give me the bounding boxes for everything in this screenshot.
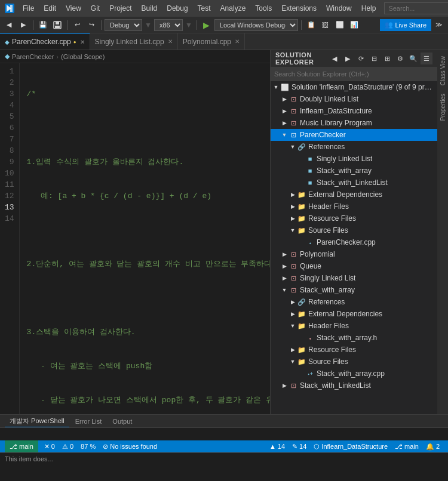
- arrow-extdeps: ▶: [289, 192, 297, 198]
- tree-item-stkarray-extdeps[interactable]: ▶ 📁 External Dependencies: [271, 308, 437, 320]
- tab-output[interactable]: Output: [108, 417, 137, 426]
- code-text[interactable]: /* 1.입력 수식의 괄호가 올바른지 검사한다. 예: [a + b * {…: [20, 63, 270, 414]
- se-settings-btn[interactable]: ⚙: [394, 53, 406, 64]
- tree-item-references[interactable]: ▼ 🔗 References: [271, 141, 437, 153]
- menu-debug[interactable]: Debug: [162, 2, 192, 15]
- code-editor[interactable]: 1 2 3 4 5 6 7 8 9 10 11 12 13 14 /* 1.입력…: [0, 63, 270, 414]
- project-item[interactable]: ⬡ Inflearn_DataStructure: [310, 440, 391, 452]
- tree-item-parenchecker[interactable]: ▼ ⊡ ParenChecker: [271, 129, 437, 141]
- tree-item-stack-array-h[interactable]: ▶ ⬩ Stack_with_array.h: [271, 332, 437, 344]
- sources-icon: 📁: [297, 226, 306, 235]
- se-props-btn[interactable]: ⊞: [381, 53, 393, 64]
- errors-item[interactable]: ✕ 0: [41, 440, 59, 452]
- tree-item-stack-array-cpp[interactable]: ▶ ⬩+ Stack_with_array.cpp: [271, 368, 437, 380]
- svg-rect-1: [10, 5, 13, 12]
- live-share-button[interactable]: 👥 Live Share: [380, 19, 431, 31]
- arrow-parenchecker-cpp: ▶: [297, 239, 305, 245]
- se-forward-btn[interactable]: ▶: [342, 53, 354, 64]
- tab-close-icon[interactable]: ✕: [80, 39, 85, 45]
- tab-singly[interactable]: Singly Linked List.cpp ✕: [90, 33, 178, 50]
- tree-item-ref-singly[interactable]: ▶ ■ Singly Linked List: [271, 153, 437, 165]
- tree-item-sources[interactable]: ▼ 📁 Source Files: [271, 224, 437, 236]
- line-col-item[interactable]: ▲ 14: [266, 440, 289, 452]
- tree-item-inflearn[interactable]: ▶ ⊡ Inflearn_DataStructure: [271, 105, 437, 117]
- project-stack-array-icon: ⊡: [289, 285, 298, 295]
- resources-label: Resource Files: [308, 214, 356, 223]
- warnings-item[interactable]: ⚠ 0: [59, 440, 77, 452]
- issues-item[interactable]: ⊘ No issues found: [99, 440, 161, 452]
- toolbar-more[interactable]: ≫: [432, 18, 446, 32]
- tab-powershell[interactable]: 개발자 PowerShell: [5, 415, 69, 427]
- menu-window[interactable]: Window: [321, 2, 357, 15]
- menu-edit[interactable]: Edit: [39, 2, 61, 15]
- git-branch-item[interactable]: ⎇ main: [5, 440, 38, 452]
- se-collapse-btn[interactable]: ⊟: [368, 53, 380, 64]
- tree-item-singly-project[interactable]: ▶ ⊡ Singly Linked List: [271, 272, 437, 284]
- toolbar-btn-extra4[interactable]: 📊: [348, 18, 361, 32]
- se-search-btn[interactable]: 🔍: [407, 53, 419, 64]
- tree-item-stkarray-headers[interactable]: ▼ 📁 Header Files: [271, 320, 437, 332]
- tree-item-stack-ll-project[interactable]: ▶ ⊡ Stack_with_LinkedList: [271, 380, 437, 391]
- menu-extensions[interactable]: Extensions: [277, 2, 321, 15]
- tree-item-stkarray-sources[interactable]: ▼ 📁 Source Files: [271, 356, 437, 368]
- menu-git[interactable]: Git: [86, 2, 105, 15]
- tree-item-extdeps[interactable]: ▶ 📁 External Dependencies: [271, 189, 437, 201]
- tree-item-headers[interactable]: ▶ 📁 Header Files: [271, 201, 437, 212]
- toolbar-redo[interactable]: ↪: [85, 18, 98, 32]
- menu-help[interactable]: Help: [357, 2, 381, 15]
- branch-item[interactable]: ⎇ main: [391, 440, 422, 452]
- config-dropdown[interactable]: Debug: [105, 19, 142, 31]
- toolbar-btn-extra3[interactable]: ⬜: [333, 18, 346, 32]
- se-back-btn[interactable]: ◀: [329, 53, 340, 64]
- solution-icon: ⬜: [280, 82, 290, 92]
- toolbar-forward[interactable]: ▶: [17, 18, 30, 32]
- tab-parenchecker[interactable]: ◆ ParenChecker.cpp ● ✕: [0, 33, 90, 50]
- tree-item-queue[interactable]: ▶ ⊡ Queue: [271, 260, 437, 272]
- tab-polynomial-close-icon[interactable]: ✕: [235, 38, 240, 45]
- zoom-item[interactable]: 87 %: [77, 440, 99, 452]
- info-text: This item does...: [5, 455, 53, 462]
- tree-item-stkarray-refs[interactable]: ▶ 🔗 References: [271, 296, 437, 308]
- tree-item-music[interactable]: ▶ ⊡ Music Library Program: [271, 117, 437, 129]
- live-share-icon: 👥: [385, 21, 393, 29]
- menu-test[interactable]: Test: [193, 2, 216, 15]
- tree-item-resources[interactable]: ▶ 📁 Resource Files: [271, 212, 437, 224]
- toolbar-back[interactable]: ◀: [2, 18, 16, 32]
- char-item[interactable]: ✎ 14: [289, 440, 310, 452]
- menu-view[interactable]: View: [61, 2, 86, 15]
- tree-item-polynomial[interactable]: ▶ ⊡ Polynomial: [271, 248, 437, 260]
- tree-item-ref-stack-array[interactable]: ▶ ■ Stack_with_array: [271, 165, 437, 177]
- menu-file[interactable]: File: [18, 2, 39, 15]
- se-view-btn[interactable]: ☰: [421, 53, 432, 64]
- toolbar-saveall[interactable]: [51, 18, 64, 32]
- debugger-dropdown[interactable]: Local Windows Debugger: [214, 19, 298, 31]
- toolbar-save[interactable]: 💾: [36, 18, 50, 32]
- tab-polynomial[interactable]: Polynomial.cpp ✕: [178, 33, 245, 50]
- menu-tools[interactable]: Tools: [250, 2, 277, 15]
- toolbar-undo[interactable]: ↩: [70, 18, 84, 32]
- toolbar-btn-extra1[interactable]: 📋: [305, 18, 318, 32]
- se-sync-btn[interactable]: ⟳: [355, 53, 367, 64]
- class-view-tab[interactable]: Class View: [438, 53, 447, 89]
- global-search-input[interactable]: [384, 2, 448, 14]
- tab-errors[interactable]: Error List: [70, 417, 107, 426]
- tree-item-stkarray-resources[interactable]: ▶ 📁 Resource Files: [271, 344, 437, 356]
- menu-project[interactable]: Project: [105, 2, 136, 15]
- arrow-stkarray-refs: ▶: [289, 299, 297, 305]
- tree-item-ref-stack-ll[interactable]: ▶ ■ Stack_with_LinkedList: [271, 177, 437, 189]
- tree-item-parenchecker-cpp[interactable]: ▶ ⬩ ParenChecker.cpp: [271, 236, 437, 248]
- notifications-item[interactable]: 🔔 2: [422, 440, 443, 452]
- arrow-stkarray-sources: ▼: [289, 359, 297, 365]
- properties-tab[interactable]: Properties: [438, 90, 447, 125]
- terminal-content[interactable]: [0, 428, 448, 440]
- tree-item-solution[interactable]: ▼ ⬜ Solution 'inflearn_DataStructure' (9…: [271, 81, 437, 93]
- tree-item-doubly[interactable]: ▶ ⊡ Doubly Linked List: [271, 93, 437, 105]
- tree-item-stack-array-project[interactable]: ▼ ⊡ Stack_with_array: [271, 284, 437, 296]
- platform-dropdown[interactable]: x86: [154, 19, 183, 31]
- menu-build[interactable]: Build: [137, 2, 162, 15]
- toolbar-btn-extra2[interactable]: 🖼: [319, 18, 332, 32]
- tab-singly-close-icon[interactable]: ✕: [168, 38, 173, 45]
- start-debug-button[interactable]: ▶: [200, 18, 213, 32]
- menu-analyze[interactable]: Analyze: [216, 2, 251, 15]
- se-search-input[interactable]: [271, 67, 437, 81]
